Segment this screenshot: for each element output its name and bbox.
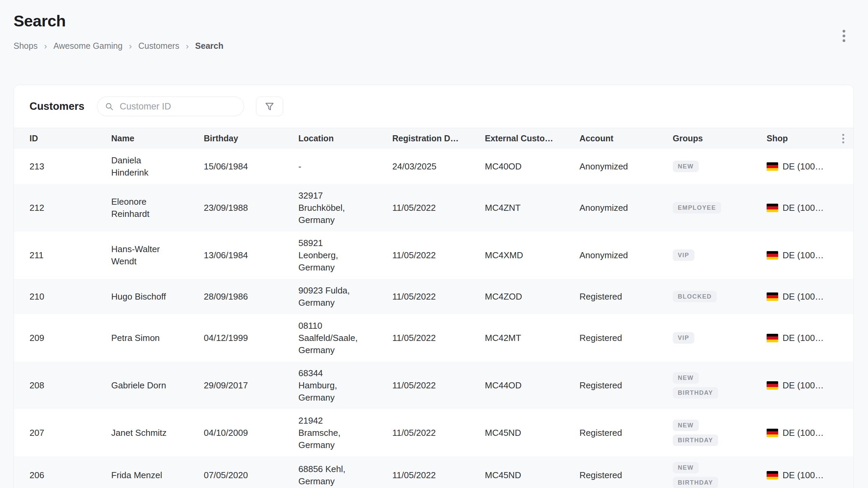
breadcrumb-item[interactable]: Search [195, 41, 223, 51]
shop-label: DE (100… [783, 202, 824, 214]
page-title: Search [14, 12, 854, 30]
cell-groups: NEW [673, 155, 767, 178]
group-badge: BIRTHDAY [673, 477, 718, 488]
table-row[interactable]: 212 Eleonore Reinhardt 23/09/1988 32917 … [14, 184, 853, 231]
page-context-menu-button[interactable] [836, 27, 852, 45]
column-header-account[interactable]: Account [579, 134, 673, 143]
germany-flag-icon [767, 204, 778, 212]
germany-flag-icon [767, 471, 778, 480]
shop-label: DE (100… [783, 427, 824, 439]
column-header-registration-d[interactable]: Registration D… [392, 134, 485, 143]
group-badge: VIP [673, 249, 694, 261]
cell-groups: VIP [673, 327, 767, 349]
search-input[interactable] [119, 101, 237, 112]
breadcrumb: Shops›Awesome Gaming›Customers›Search [14, 41, 854, 51]
cell-location: 21942 Bramsche, Germany [298, 409, 392, 456]
group-badge: BIRTHDAY [673, 387, 718, 399]
cell-name: Daniela Hinderink [111, 149, 204, 184]
cell-registration-date: 11/05/2022 [392, 244, 485, 267]
shop-label: DE (100… [783, 249, 824, 261]
group-badge: BIRTHDAY [673, 434, 718, 446]
cell-actions [832, 332, 854, 343]
kebab-icon [842, 134, 844, 136]
shop-label: DE (100… [783, 332, 824, 344]
cell-birthday: 29/09/2017 [204, 374, 298, 397]
cell-id: 208 [14, 374, 111, 397]
column-header-external-custo[interactable]: External Custo… [485, 134, 579, 143]
filter-button[interactable] [256, 97, 283, 116]
cell-location: 68856 Kehl, Germany [298, 458, 392, 488]
page-header: Search Shops›Awesome Gaming›Customers›Se… [0, 0, 868, 51]
group-badge: NEW [673, 161, 699, 172]
cell-groups: EMPLOYEE [673, 197, 767, 219]
group-badge: VIP [673, 332, 694, 344]
table-settings-button[interactable] [840, 132, 846, 145]
funnel-icon [264, 101, 275, 111]
cell-birthday: 23/09/1988 [204, 196, 298, 219]
cell-shop: DE (100… [767, 155, 832, 178]
column-header-id[interactable]: ID [14, 134, 111, 143]
cell-name: Petra Simon [111, 326, 204, 349]
column-header-name[interactable]: Name [111, 134, 204, 143]
kebab-icon [843, 30, 845, 33]
breadcrumb-separator-icon: › [44, 42, 47, 50]
shop-label: DE (100… [783, 160, 824, 172]
breadcrumb-item[interactable]: Customers [138, 41, 179, 51]
cell-id: 207 [14, 421, 111, 444]
table-row[interactable]: 211 Hans-Walter Wendt 13/06/1984 58921 L… [14, 231, 853, 279]
breadcrumb-separator-icon: › [186, 42, 189, 50]
cell-id: 211 [14, 244, 111, 267]
table-row[interactable]: 207 Janet Schmitz 04/10/2009 21942 Brams… [14, 409, 853, 456]
table-row[interactable]: 210 Hugo Bischoff 28/09/1986 90923 Fulda… [14, 279, 853, 314]
cell-account: Anonymized [579, 196, 673, 219]
cell-id: 212 [14, 196, 111, 219]
table-row[interactable]: 206 Frida Menzel 07/05/2020 68856 Kehl, … [14, 456, 853, 488]
cell-actions [832, 161, 854, 172]
cell-id: 209 [14, 326, 111, 349]
group-badge: NEW [673, 420, 699, 431]
cell-groups: BLOCKED [673, 285, 767, 308]
column-header-birthday[interactable]: Birthday [204, 134, 298, 143]
table-row[interactable]: 209 Petra Simon 04/12/1999 08110 Saalfel… [14, 314, 853, 362]
cell-birthday: 15/06/1984 [204, 155, 298, 178]
breadcrumb-item[interactable]: Shops [14, 41, 38, 51]
card-title: Customers [29, 100, 84, 113]
kebab-icon [842, 141, 844, 143]
card-header: Customers [14, 85, 853, 128]
cell-birthday: 04/12/1999 [204, 326, 298, 349]
column-header-location[interactable]: Location [298, 134, 392, 143]
cell-id: 213 [14, 155, 111, 178]
cell-location: 32917 Bruchköbel, Germany [298, 184, 392, 231]
table-row[interactable]: 208 Gabriele Dorn 29/09/2017 68344 Hambu… [14, 362, 853, 409]
cell-account: Registered [579, 374, 673, 397]
cell-birthday: 04/10/2009 [204, 421, 298, 444]
cell-account: Registered [579, 421, 673, 444]
group-badge: BLOCKED [673, 291, 717, 302]
breadcrumb-item[interactable]: Awesome Gaming [54, 41, 123, 51]
cell-external-customer-id: MC4XMD [485, 244, 579, 267]
cell-external-customer-id: MC40OD [485, 155, 579, 178]
cell-registration-date: 11/05/2022 [392, 326, 485, 349]
kebab-icon [842, 138, 844, 140]
cell-location: 90923 Fulda, Germany [298, 279, 392, 314]
cell-account: Registered [579, 285, 673, 308]
cell-external-customer-id: MC45ND [485, 421, 579, 444]
cell-birthday: 13/06/1984 [204, 244, 298, 267]
cell-groups: NEWBIRTHDAY [673, 367, 767, 404]
cell-account: Registered [579, 464, 673, 487]
customers-card: Customers IDNameBirthdayLocationRegistra… [14, 85, 854, 488]
cell-shop: DE (100… [767, 244, 832, 267]
cell-name: Hugo Bischoff [111, 285, 204, 308]
column-header-groups[interactable]: Groups [673, 134, 767, 143]
germany-flag-icon [767, 381, 778, 390]
table-row[interactable]: 213 Daniela Hinderink 15/06/1984 - 24/03… [14, 149, 853, 184]
table-header-row: IDNameBirthdayLocationRegistration D…Ext… [14, 128, 853, 149]
shop-label: DE (100… [783, 379, 824, 391]
column-header-shop[interactable]: Shop [767, 134, 832, 143]
cell-actions [832, 202, 854, 213]
cell-external-customer-id: MC4ZNT [485, 196, 579, 219]
cell-registration-date: 11/05/2022 [392, 374, 485, 397]
cell-location: - [298, 155, 392, 178]
cell-name: Frida Menzel [111, 464, 204, 487]
cell-external-customer-id: MC44OD [485, 374, 579, 397]
